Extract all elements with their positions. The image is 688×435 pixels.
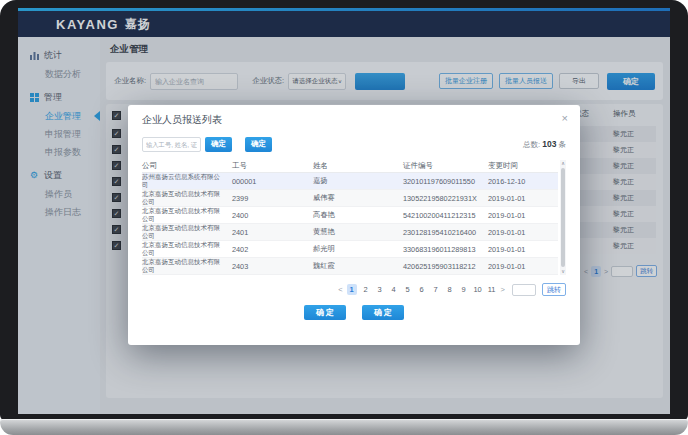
column-header-company: 公司 [142, 161, 232, 171]
page-number[interactable]: 6 [417, 284, 427, 295]
cell-changedate: 2019-01-01 [488, 228, 540, 237]
cell-name: 魏红霞 [313, 261, 403, 271]
prev-page-arrow[interactable]: < [338, 285, 342, 294]
cell-empno: 2401 [232, 228, 313, 237]
personnel-table: 公司 工号 姓名 证件编号 变更时间 苏州嘉扬云信息系统有限公司 000001 … [142, 160, 566, 275]
personnel-search-input[interactable] [142, 137, 201, 152]
table-row[interactable]: 北京嘉扬互动信息技术有限公司 2399 威伟赛 1305221958022193… [142, 190, 558, 207]
page-number[interactable]: 2 [361, 284, 371, 295]
page-number[interactable]: 11 [487, 284, 497, 295]
cell-name: 黄慧艳 [313, 227, 403, 237]
next-page-arrow[interactable]: > [501, 285, 505, 294]
cell-company: 北京嘉扬互动信息技术有限公司 [142, 224, 232, 240]
cell-idnumber: 542100200411212315 [403, 211, 488, 220]
page-number-active[interactable]: 1 [347, 284, 357, 295]
cell-empno: 2400 [232, 211, 313, 220]
column-header-name: 姓名 [313, 161, 403, 171]
column-header-empno: 工号 [232, 161, 313, 171]
cell-idnumber: 230128195410216400 [403, 228, 488, 237]
screen: KAYANG 嘉扬 统计 数据分析 管理 [18, 8, 670, 414]
modal-confirm-button-1[interactable]: 确定 [205, 137, 232, 152]
close-icon[interactable]: × [562, 113, 568, 123]
modal-toolbar: 确定 确定 总数: 103 条 [142, 136, 566, 152]
table-row[interactable]: 北京嘉扬互动信息技术有限公司 2401 黄慧艳 2301281954102164… [142, 224, 558, 241]
cell-company: 北京嘉扬互动信息技术有限公司 [142, 258, 232, 274]
table-row[interactable]: 北京嘉扬互动信息技术有限公司 2400 高春艳 5421002004112123… [142, 207, 558, 224]
page-number[interactable]: 7 [431, 284, 441, 295]
laptop-base [0, 419, 688, 435]
page-number[interactable]: 3 [375, 284, 385, 295]
cell-name: 高春艳 [313, 210, 403, 220]
column-header-changedate: 变更时间 [488, 161, 540, 171]
cell-changedate: 2019-01-01 [488, 245, 540, 254]
cell-empno: 2402 [232, 245, 313, 254]
cell-changedate: 2019-01-01 [488, 262, 540, 271]
cell-idnumber: 420625195903118212 [403, 262, 488, 271]
table-scrollbar[interactable]: ∧ ∨ [560, 160, 566, 275]
scroll-up-icon[interactable]: ∧ [560, 160, 566, 167]
laptop-device: KAYANG 嘉扬 统计 数据分析 管理 [0, 0, 688, 435]
modal-title: 企业人员报送列表 [142, 113, 222, 127]
cell-idnumber: 330683196011289813 [403, 245, 488, 254]
cell-company: 苏州嘉扬云信息系统有限公司 [142, 173, 232, 189]
page-jump-button[interactable]: 跳转 [542, 283, 566, 296]
page-number[interactable]: 5 [403, 284, 413, 295]
cell-changedate: 2019-01-01 [488, 194, 540, 203]
page-jump-input[interactable] [512, 284, 536, 296]
cell-changedate: 2019-01-01 [488, 211, 540, 220]
cell-company: 北京嘉扬互动信息技术有限公司 [142, 190, 232, 206]
scroll-down-icon[interactable]: ∨ [560, 268, 566, 275]
table-row[interactable]: 北京嘉扬互动信息技术有限公司 2402 郝光明 3306831960112898… [142, 241, 558, 258]
modal-footer: 确 定 确 定 [128, 305, 580, 320]
cell-changedate: 2016-12-10 [488, 177, 540, 186]
cell-empno: 000001 [232, 177, 313, 186]
footer-confirm-button-1[interactable]: 确 定 [304, 305, 346, 320]
cell-empno: 2399 [232, 194, 313, 203]
cell-idnumber: 320101197609011550 [403, 177, 488, 186]
column-header-idnumber: 证件编号 [403, 161, 488, 171]
cell-company: 北京嘉扬互动信息技术有限公司 [142, 241, 232, 257]
total-count-value: 103 [542, 139, 556, 149]
page-number[interactable]: 4 [389, 284, 399, 295]
table-row[interactable]: 北京嘉扬互动信息技术有限公司 2403 魏红霞 4206251959031182… [142, 258, 558, 275]
cell-name: 威伟赛 [313, 193, 403, 203]
page-number[interactable]: 10 [473, 284, 483, 295]
total-count: 总数: 103 条 [523, 139, 566, 150]
modal-pagination: < 1 2 3 4 5 6 7 8 9 10 11 > 跳转 [142, 283, 566, 296]
table-row[interactable]: 苏州嘉扬云信息系统有限公司 000001 嘉扬 3201011976090115… [142, 173, 558, 190]
modal-confirm-button-2[interactable]: 确定 [245, 137, 272, 152]
cell-name: 郝光明 [313, 244, 403, 254]
cell-idnumber: 13052219580221931X [403, 194, 488, 203]
cell-company: 北京嘉扬互动信息技术有限公司 [142, 207, 232, 223]
cell-empno: 2403 [232, 262, 313, 271]
footer-confirm-button-2[interactable]: 确 定 [362, 305, 404, 320]
table-header-row: 公司 工号 姓名 证件编号 变更时间 [142, 160, 558, 173]
scrollbar-thumb[interactable] [561, 168, 565, 267]
cell-name: 嘉扬 [313, 176, 403, 186]
personnel-report-modal: 企业人员报送列表 × 确定 确定 总数: 103 条 公司 工号 姓名 证件编号 [128, 105, 580, 345]
page-number[interactable]: 9 [459, 284, 469, 295]
page-number[interactable]: 8 [445, 284, 455, 295]
